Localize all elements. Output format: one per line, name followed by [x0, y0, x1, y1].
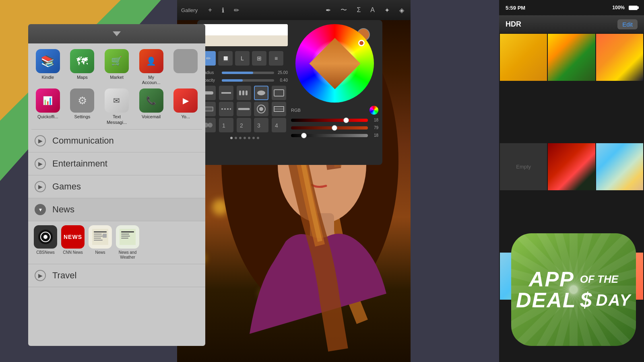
opacity-track[interactable] [222, 79, 274, 82]
category-item-communication[interactable]: ▶ Communication [28, 130, 205, 152]
category-item-games[interactable]: ▶ Games [28, 175, 205, 198]
news-app-newsweather[interactable]: News and Weather [116, 225, 139, 260]
app-deal-badge[interactable]: APP OF THE DEAL $ DAY [511, 233, 636, 346]
news-app-icon-news [89, 225, 112, 249]
tool-layers[interactable]: ◈ [397, 5, 407, 16]
svg-rect-32 [204, 107, 213, 111]
status-right: 100% [612, 5, 638, 10]
crop-tool-btn[interactable]: ⊞ [252, 51, 266, 66]
drawing-toolbar: Gallery + ℹ ✏ ✒ 〜 Σ A ✦ ◈ [177, 0, 411, 20]
tool-sigma[interactable]: Σ [354, 5, 363, 15]
app-item-text[interactable]: ✉ Text Messagi... [101, 88, 132, 125]
brush-thumb-10[interactable] [272, 102, 286, 116]
gallery-label[interactable]: Gallery [181, 7, 198, 13]
tool-pen[interactable]: ✒ [323, 5, 333, 16]
app-deal-text: APP OF THE DEAL $ DAY [516, 269, 631, 311]
tool-curve[interactable]: 〜 [338, 4, 349, 16]
category-arrow-communication: ▶ [35, 135, 46, 146]
bokeh-3 [235, 224, 242, 230]
menu-tool-btn[interactable]: ≡ [269, 51, 283, 66]
app-item-settings[interactable]: ⚙ Settings [67, 88, 98, 125]
orange-track[interactable] [291, 126, 368, 130]
svg-point-5 [43, 235, 47, 239]
battery-icon [629, 6, 638, 10]
gray-track[interactable] [291, 134, 368, 137]
category-item-entertainment[interactable]: ▶ Entertainment [28, 152, 205, 175]
category-label-entertainment: Entertainment [52, 158, 107, 169]
tool-text[interactable]: A [368, 5, 377, 15]
tool-star[interactable]: ✦ [382, 5, 392, 16]
category-item-travel[interactable]: ▶ Travel [28, 264, 205, 287]
dot-2 [235, 137, 237, 139]
news-app-icon-newsweather [116, 225, 139, 249]
brush-thumb-9[interactable] [254, 102, 268, 116]
photo-cell-3[interactable] [596, 34, 643, 81]
add-button[interactable]: + [206, 5, 214, 15]
svg-point-36 [259, 107, 263, 111]
color-picker-left: ✏ 🔲 L ⊞ ≡ Radius 25.00 Opacity 0. [201, 24, 288, 161]
photo-cell-empty[interactable]: Empty [500, 143, 547, 190]
app-item-market[interactable]: 🛒 Market [101, 49, 132, 85]
news-app-news[interactable]: News [89, 225, 112, 260]
app-grid: 📚 Kindle 🗺 Maps 🛒 Market 👤 My Accoun... … [28, 43, 205, 129]
rgb-spectrum-btn[interactable] [369, 106, 378, 115]
photo-cell-5[interactable] [548, 143, 595, 190]
news-app-label-newsweather: News and Weather [119, 250, 136, 260]
news-app-cnnnews[interactable]: NEWS CNN News [61, 225, 85, 260]
brush-thumb-15[interactable]: 4 [272, 118, 286, 132]
app-item-kindle[interactable]: 📚 Kindle [32, 49, 64, 85]
brush-thumb-8[interactable] [237, 102, 251, 116]
orange-value: 79 [369, 125, 378, 130]
app-item-account[interactable]: 👤 My Accoun... [136, 49, 167, 85]
brush-thumb-13[interactable]: 2 [237, 118, 251, 132]
photo-cell-6[interactable] [596, 143, 643, 190]
red-knob[interactable] [343, 117, 349, 123]
brush-thumb-4[interactable] [254, 86, 268, 100]
brush-thumb-2[interactable] [219, 86, 233, 100]
dot-3 [239, 137, 242, 139]
color-wheel-container[interactable] [295, 24, 374, 103]
brush-thumb-14[interactable]: 3 [254, 118, 268, 132]
brush-thumb-3[interactable] [237, 86, 251, 100]
category-label-travel: Travel [52, 270, 76, 281]
tool-icons-row: ✏ 🔲 L ⊞ ≡ [201, 49, 288, 67]
line-tool-btn[interactable]: L [235, 51, 250, 66]
gray-value: 18 [369, 133, 378, 138]
color-preview-strip [201, 24, 288, 46]
radius-track[interactable] [222, 72, 274, 74]
app-icon-account: 👤 [139, 49, 163, 73]
category-label-news: News [52, 204, 74, 215]
app-item-quickoffice[interactable]: 📊 Quickoffi... [32, 88, 64, 125]
red-track[interactable] [291, 119, 368, 122]
app-icon-voicemail: 📞 [139, 88, 163, 113]
color-preview-bottom [201, 35, 288, 47]
status-time: 5:59 PM [506, 5, 525, 11]
tool-pencil[interactable]: ✏ [231, 5, 242, 16]
shape-tool-btn[interactable]: 🔲 [218, 51, 233, 66]
app-item-youtube[interactable]: ▶ Yo... [170, 88, 201, 125]
brush-thumb-7[interactable] [219, 102, 233, 116]
rgb-slider-red: 18 [291, 118, 378, 122]
panel-collapse-arrow[interactable] [113, 31, 121, 36]
category-item-news[interactable]: ▾ News [28, 198, 205, 221]
brush-thumb-12[interactable]: 1 [219, 118, 233, 132]
panel-header [28, 24, 205, 43]
brush-thumb-5[interactable] [272, 86, 286, 100]
opacity-fill [222, 79, 243, 82]
rgb-slider-orange: 79 [291, 125, 378, 130]
color-diamond[interactable] [309, 38, 360, 89]
photo-cell-2[interactable] [548, 34, 595, 81]
app-icon-text: ✉ [105, 88, 129, 113]
news-app-cbsnews[interactable]: CBSNews [34, 225, 57, 260]
orange-knob[interactable] [332, 125, 337, 131]
info-button[interactable]: ℹ [219, 5, 227, 16]
color-wheel[interactable] [295, 24, 374, 103]
app-item-maps[interactable]: 🗺 Maps [67, 49, 98, 85]
news-apps-row: CBSNews NEWS CNN News News [28, 221, 205, 264]
edit-button[interactable]: Edit [617, 19, 638, 29]
opacity-value: 0.40 [277, 78, 288, 82]
rgb-label: RGB [291, 108, 366, 113]
app-item-voicemail[interactable]: 📞 Voicemail [136, 88, 167, 125]
photo-cell-1[interactable] [500, 34, 547, 81]
gray-knob[interactable] [301, 133, 307, 138]
